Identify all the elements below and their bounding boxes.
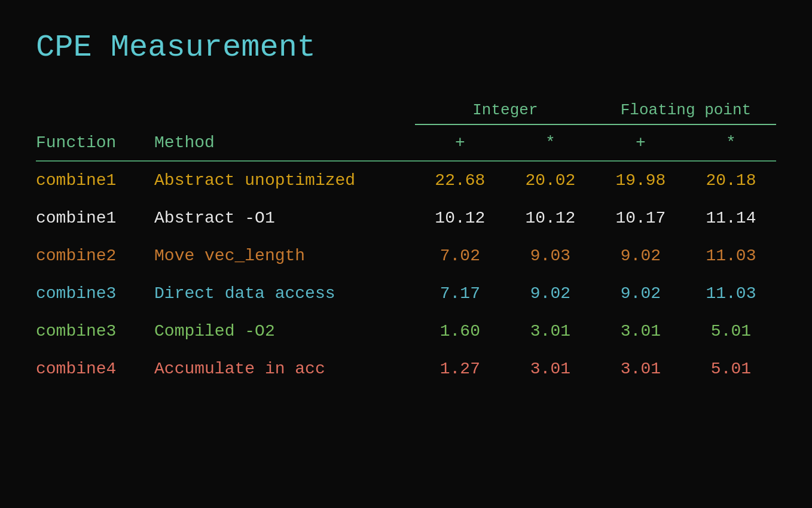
td-float-add: 3.01	[596, 350, 686, 388]
td-function: combine1	[36, 199, 148, 237]
page-container: CPE Measurement Integer Floating point F…	[36, 30, 776, 388]
td-function: combine3	[36, 275, 148, 312]
page-title: CPE Measurement	[36, 30, 776, 65]
group-header-row: Integer Floating point	[36, 101, 776, 124]
table-row: combine4Accumulate in acc1.273.013.015.0…	[36, 350, 776, 388]
col-header-method: Method	[148, 124, 415, 161]
td-float-mul: 11.03	[686, 237, 776, 275]
td-float-add: 9.02	[596, 275, 686, 312]
td-int-add: 22.68	[415, 161, 505, 199]
table-row: combine2Move vec_length7.029.039.0211.03	[36, 237, 776, 275]
td-int-mul: 9.03	[505, 237, 596, 275]
col-header-float-add: +	[596, 124, 686, 161]
td-int-mul: 3.01	[505, 350, 596, 388]
td-float-add: 10.17	[596, 199, 686, 237]
td-float-add: 3.01	[596, 312, 686, 350]
td-int-mul: 3.01	[505, 312, 596, 350]
table-row: combine3Compiled -O21.603.013.015.01	[36, 312, 776, 350]
col-header-int-mul: *	[505, 124, 596, 161]
td-method: Direct data access	[148, 275, 415, 312]
td-float-add: 19.98	[596, 161, 686, 199]
td-function: combine2	[36, 237, 148, 275]
cpe-table: Integer Floating point Function Method +…	[36, 101, 776, 388]
col-header-function: Function	[36, 124, 148, 161]
table-row: combine1Abstract -O110.1210.1210.1711.14	[36, 199, 776, 237]
td-method: Accumulate in acc	[148, 350, 415, 388]
td-int-mul: 20.02	[505, 161, 596, 199]
td-int-mul: 10.12	[505, 199, 596, 237]
group-header-float: Floating point	[596, 101, 776, 124]
td-float-mul: 11.03	[686, 275, 776, 312]
td-int-add: 1.60	[415, 312, 505, 350]
col-header-float-mul: *	[686, 124, 776, 161]
table-body: combine1Abstract unoptimized22.6820.0219…	[36, 161, 776, 388]
td-float-mul: 5.01	[686, 312, 776, 350]
td-function: combine3	[36, 312, 148, 350]
td-int-add: 10.12	[415, 199, 505, 237]
table-row: combine1Abstract unoptimized22.6820.0219…	[36, 161, 776, 199]
group-header-empty	[36, 101, 415, 124]
col-header-int-add: +	[415, 124, 505, 161]
table-row: combine3Direct data access7.179.029.0211…	[36, 275, 776, 312]
td-method: Abstract -O1	[148, 199, 415, 237]
td-float-add: 9.02	[596, 237, 686, 275]
col-header-row: Function Method + * + *	[36, 124, 776, 161]
td-float-mul: 20.18	[686, 161, 776, 199]
td-method: Abstract unoptimized	[148, 161, 415, 199]
td-int-add: 7.17	[415, 275, 505, 312]
td-int-add: 7.02	[415, 237, 505, 275]
td-float-mul: 11.14	[686, 199, 776, 237]
group-header-integer: Integer	[415, 101, 596, 124]
td-int-add: 1.27	[415, 350, 505, 388]
td-int-mul: 9.02	[505, 275, 596, 312]
table-wrapper: Integer Floating point Function Method +…	[36, 101, 776, 388]
td-function: combine1	[36, 161, 148, 199]
td-function: combine4	[36, 350, 148, 388]
td-float-mul: 5.01	[686, 350, 776, 388]
td-method: Move vec_length	[148, 237, 415, 275]
td-method: Compiled -O2	[148, 312, 415, 350]
